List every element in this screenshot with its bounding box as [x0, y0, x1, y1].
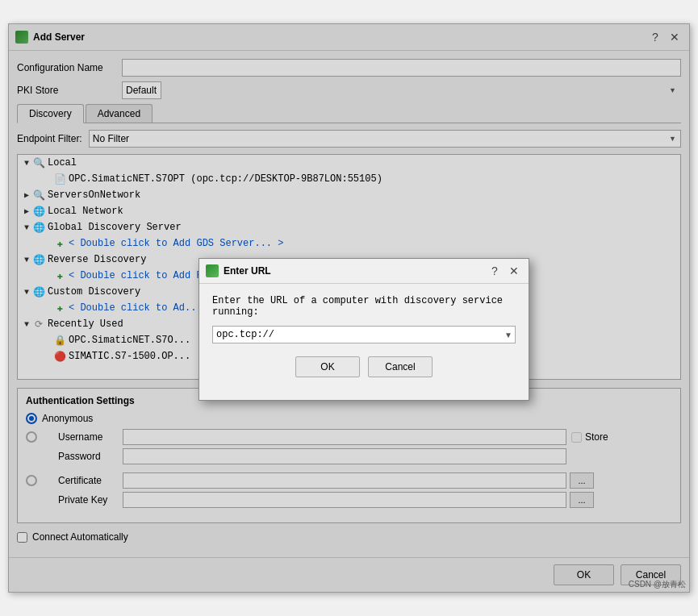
- dialog-title-bar: Enter URL ? ✕: [199, 259, 529, 284]
- enter-url-dialog: Enter URL ? ✕ Enter the URL of a compute…: [199, 258, 529, 401]
- main-window: Add Server ? ✕ Configuration Name PKI St…: [8, 23, 690, 593]
- dialog-url-row: ▼: [212, 326, 516, 343]
- dialog-body: Enter the URL of a computer with discove…: [199, 284, 529, 400]
- dialog-icon: [206, 264, 219, 277]
- dialog-title: Enter URL: [224, 265, 482, 277]
- dialog-close-button[interactable]: ✕: [506, 263, 522, 279]
- dialog-footer: OK Cancel: [212, 356, 516, 389]
- dialog-description: Enter the URL of a computer with discove…: [212, 295, 516, 318]
- dialog-url-input[interactable]: [212, 326, 516, 343]
- dialog-ok-button[interactable]: OK: [295, 356, 360, 377]
- dialog-help-button[interactable]: ?: [487, 263, 503, 279]
- dialog-controls: ? ✕: [487, 263, 522, 279]
- dialog-cancel-button[interactable]: Cancel: [368, 356, 433, 377]
- dialog-overlay: Enter URL ? ✕ Enter the URL of a compute…: [9, 24, 689, 592]
